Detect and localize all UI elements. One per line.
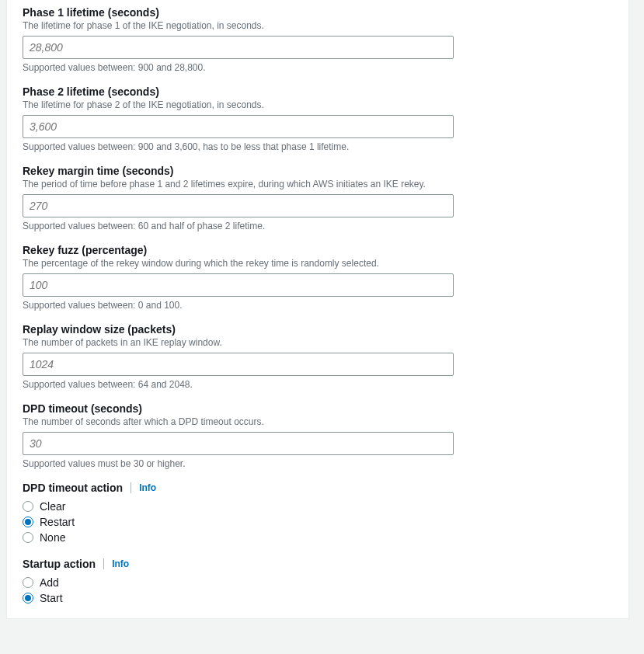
startup-action-field: Startup action Info Add Start bbox=[7, 551, 628, 612]
dpd-action-radio-group: Clear Restart None bbox=[23, 499, 613, 545]
rekey-margin-input[interactable] bbox=[23, 194, 454, 217]
startup-action-label: Startup action bbox=[23, 558, 96, 570]
dpd-timeout-label: DPD timeout (seconds) bbox=[23, 402, 613, 415]
startup-action-add-label: Add bbox=[40, 576, 59, 589]
dpd-action-clear-label: Clear bbox=[40, 500, 65, 513]
divider bbox=[131, 482, 131, 493]
dpd-action-none-option[interactable]: None bbox=[23, 530, 613, 545]
dpd-action-info-link[interactable]: Info bbox=[139, 482, 156, 493]
rekey-fuzz-hint: Supported values between: 0 and 100. bbox=[23, 300, 613, 311]
rekey-margin-field: Rekey margin time (seconds) The period o… bbox=[7, 158, 628, 238]
rekey-fuzz-label: Rekey fuzz (percentage) bbox=[23, 244, 613, 256]
phase2-input[interactable] bbox=[23, 115, 454, 138]
vpn-tunnel-options-panel: Phase 1 lifetime (seconds) The lifetime … bbox=[6, 0, 629, 619]
rekey-margin-desc: The period of time before phase 1 and 2 … bbox=[23, 179, 613, 190]
phase2-desc: The lifetime for phase 2 of the IKE nego… bbox=[23, 99, 613, 110]
dpd-action-none-label: None bbox=[40, 531, 65, 544]
replay-window-hint: Supported values between: 64 and 2048. bbox=[23, 379, 613, 390]
startup-action-start-option[interactable]: Start bbox=[23, 590, 613, 606]
dpd-timeout-input[interactable] bbox=[23, 432, 454, 455]
radio-icon bbox=[23, 501, 33, 512]
replay-window-field: Replay window size (packets) The number … bbox=[7, 317, 628, 396]
rekey-fuzz-field: Rekey fuzz (percentage) The percentage o… bbox=[7, 238, 628, 317]
phase2-hint: Supported values between: 900 and 3,600,… bbox=[23, 141, 613, 152]
radio-icon bbox=[23, 577, 33, 588]
dpd-action-restart-label: Restart bbox=[40, 516, 75, 528]
replay-window-input[interactable] bbox=[23, 353, 454, 376]
dpd-timeout-hint: Supported values must be 30 or higher. bbox=[23, 458, 613, 469]
dpd-timeout-field: DPD timeout (seconds) The number of seco… bbox=[7, 396, 628, 475]
rekey-margin-hint: Supported values between: 60 and half of… bbox=[23, 221, 613, 231]
radio-icon bbox=[23, 532, 33, 543]
replay-window-label: Replay window size (packets) bbox=[23, 323, 613, 336]
phase1-desc: The lifetime for phase 1 of the IKE nego… bbox=[23, 20, 613, 31]
startup-action-radio-group: Add Start bbox=[23, 575, 613, 606]
phase2-lifetime-field: Phase 2 lifetime (seconds) The lifetime … bbox=[7, 79, 628, 158]
radio-icon bbox=[23, 593, 33, 604]
dpd-action-label: DPD timeout action bbox=[23, 482, 123, 494]
rekey-fuzz-desc: The percentage of the rekey window durin… bbox=[23, 258, 613, 269]
dpd-action-restart-option[interactable]: Restart bbox=[23, 514, 613, 530]
divider bbox=[103, 558, 104, 569]
dpd-timeout-desc: The number of seconds after which a DPD … bbox=[23, 416, 613, 427]
phase1-lifetime-field: Phase 1 lifetime (seconds) The lifetime … bbox=[7, 0, 628, 79]
dpd-timeout-action-field: DPD timeout action Info Clear Restart No… bbox=[7, 475, 628, 551]
dpd-action-clear-option[interactable]: Clear bbox=[23, 499, 613, 514]
replay-window-desc: The number of packets in an IKE replay w… bbox=[23, 337, 613, 348]
rekey-margin-label: Rekey margin time (seconds) bbox=[23, 165, 613, 177]
phase2-label: Phase 2 lifetime (seconds) bbox=[23, 85, 613, 98]
phase1-input[interactable] bbox=[23, 36, 454, 59]
phase1-hint: Supported values between: 900 and 28,800… bbox=[23, 62, 613, 73]
rekey-fuzz-input[interactable] bbox=[23, 273, 454, 297]
radio-icon bbox=[23, 517, 33, 527]
phase1-label: Phase 1 lifetime (seconds) bbox=[23, 6, 613, 19]
startup-action-start-label: Start bbox=[40, 592, 63, 604]
startup-action-info-link[interactable]: Info bbox=[112, 558, 129, 569]
startup-action-add-option[interactable]: Add bbox=[23, 575, 613, 590]
